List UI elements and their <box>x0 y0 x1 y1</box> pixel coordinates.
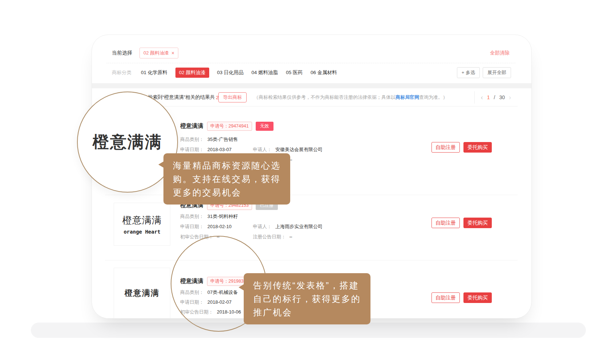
apply-date-value: 2018-02-10 <box>207 224 232 229</box>
apply-date-label: 申请日期： <box>180 147 204 152</box>
tooltip-promotion: 告别传统“发表格”，搭建 自己的标行，获得更多的 推广机会 <box>244 273 370 324</box>
filter-tag-label: 02 颜料油漆 <box>143 50 169 56</box>
disclaimer: （商标检索结果仅供参考，不作为商标能否注册的法律依据；具体以商标局官网查询为准。… <box>254 88 447 106</box>
tooltip-line: 更多的交易机会 <box>173 186 281 199</box>
filter-bar: 当前选择 02 颜料油漆 × 全部清除 <box>112 47 510 59</box>
application-number-value: 29474941 <box>228 124 249 129</box>
applicant-label: 申请人： <box>253 147 272 152</box>
self-register-button[interactable]: 自助注册 <box>431 218 460 228</box>
applicant-value: 上海雨步实业有限公司 <box>275 224 323 229</box>
self-register-button[interactable]: 自助注册 <box>431 292 460 303</box>
detail-line: 商品类别：31类-饲料种籽 <box>180 213 238 220</box>
section-gap <box>92 83 531 88</box>
trademark-image-text: 橙意满满 <box>125 288 159 299</box>
tooltip-line: 推广机会 <box>253 306 361 319</box>
row-actions: 自助注册 委托购买 <box>431 218 492 228</box>
reg-publication-label: 注册公告日期： <box>253 234 286 239</box>
apply-date-label: 申请日期： <box>180 224 204 229</box>
tooltip-marketplace: 海量精品商标资源随心选 购。支持在线交易，获得 更多的交易机会 <box>163 153 290 205</box>
row-actions: 自助注册 委托购买 <box>431 142 492 153</box>
row-title: 橙意满满 申请号：29474941 无效 <box>180 122 273 131</box>
divider <box>106 63 515 63</box>
category-item-03[interactable]: 03 日化用品 <box>217 69 244 76</box>
self-register-button[interactable]: 自助注册 <box>431 142 460 153</box>
trademark-image: 橙意满满 orange Heart <box>114 203 170 246</box>
close-icon[interactable]: × <box>171 50 174 56</box>
pagination-separator: / <box>494 94 495 100</box>
pagination: ‹ 1 / 30 › <box>477 88 515 106</box>
application-number-label: 申请号： <box>210 124 228 129</box>
tooltip-line: 告别传统“发表格”，搭建 <box>253 279 361 292</box>
tooltip-line: 海量精品商标资源随心选 <box>173 159 281 172</box>
magnifier-lens: 橙意满满 <box>77 92 178 193</box>
applicant-label: 申请人： <box>253 224 272 229</box>
category-bar: 商标分类 01 化学原料 02 颜料油漆 03 日化用品 04 燃料油脂 05 … <box>112 68 511 78</box>
detail-line: 申请日期：2018-03-07 申请人：安徽美达会展有限公司 <box>180 146 232 153</box>
multi-select-button[interactable]: + 多选 <box>457 67 480 78</box>
trademark-image-subtext: orange Heart <box>123 229 160 235</box>
pagination-current: 1 <box>487 94 490 100</box>
table-row: 橙意满满 orange Heart 橙意满满 申请号：29482153 已注册 … <box>105 195 518 260</box>
delegate-purchase-button[interactable]: 委托购买 <box>463 292 492 303</box>
category-item-01[interactable]: 01 化学原料 <box>141 69 167 76</box>
trademark-office-link[interactable]: 商标局官网 <box>396 94 419 101</box>
disclaimer-text: （商标检索结果仅供参考，不作为商标能否注册的法律依据；具体以 <box>254 94 396 101</box>
category-value: 35类-广告销售 <box>207 137 238 142</box>
status-badge: 无效 <box>256 122 273 131</box>
category-bar-label: 商标分类 <box>112 69 131 76</box>
reg-publication-value: – <box>289 234 292 239</box>
category-label: 商品类别： <box>180 137 204 142</box>
category-item-04[interactable]: 04 燃料油脂 <box>251 69 278 76</box>
pagination-total: 30 <box>499 94 505 100</box>
export-trademarks-button[interactable]: 导出商标 <box>218 92 247 102</box>
current-selection-label: 当前选择 <box>112 50 132 56</box>
applicant-value: 安徽美达会展有限公司 <box>275 147 323 152</box>
summary-text: 检索到“橙意满满”相关的结果共 <box>148 94 215 101</box>
magnified-trademark-text: 橙意满满 <box>93 131 162 153</box>
tooltip-line: 购。支持在线交易，获得 <box>173 172 281 186</box>
category-item-02-selected[interactable]: 02 颜料油漆 <box>175 68 209 78</box>
detail-line: 商品类别：35类-广告销售 <box>180 136 238 143</box>
trademark-image: 橙意满满 <box>114 268 170 319</box>
clear-all-button[interactable]: 全部清除 <box>490 50 510 56</box>
chevron-right-icon[interactable]: › <box>509 94 511 101</box>
category-item-05[interactable]: 05 医药 <box>286 69 303 76</box>
detail-line: 申请日期：2018-02-10 申请人：上海雨步实业有限公司 <box>180 223 232 230</box>
category-value: 31类-饲料种籽 <box>207 214 238 219</box>
tooltip-line: 自己的标行，获得更多的 <box>253 292 361 306</box>
apply-date-value: 2018-03-07 <box>207 147 232 152</box>
application-number-badge: 申请号：29474941 <box>207 122 252 131</box>
device-base <box>31 323 586 338</box>
row-actions: 自助注册 委托购买 <box>431 292 492 303</box>
divider <box>474 91 475 104</box>
trademark-name: 橙意满满 <box>180 122 203 130</box>
delegate-purchase-button[interactable]: 委托购买 <box>463 218 492 228</box>
expand-all-button[interactable]: 展开全部 <box>483 67 511 78</box>
delegate-purchase-button[interactable]: 委托购买 <box>463 142 492 153</box>
results-header: 检索到“橙意满满”相关的结果共28个 导出商标 （商标检索结果仅供参考，不作为商… <box>105 88 518 106</box>
filter-tag[interactable]: 02 颜料油漆 × <box>139 48 178 58</box>
category-label: 商品类别： <box>180 214 204 219</box>
trademark-image-text: 橙意满满 <box>122 214 162 227</box>
chevron-left-icon[interactable]: ‹ <box>481 94 483 101</box>
disclaimer-suffix: 查询为准。） <box>419 94 447 101</box>
category-item-06[interactable]: 06 金属材料 <box>311 69 337 76</box>
category-actions: + 多选 展开全部 <box>457 67 511 78</box>
